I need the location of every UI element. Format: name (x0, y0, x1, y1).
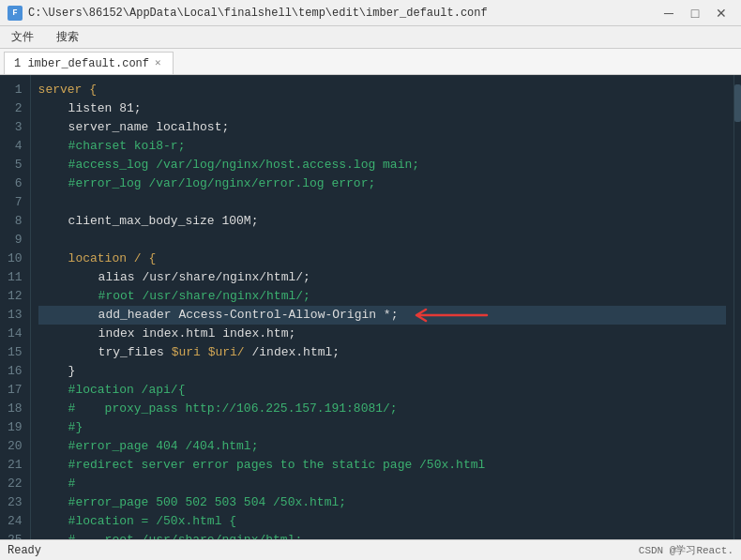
status-ready: Ready (8, 544, 41, 557)
line-number: 11 (8, 268, 23, 287)
line-number: 8 (8, 212, 23, 231)
line-number: 2 (8, 99, 23, 118)
code-line: try_files $uri $uri/ /index.html; (38, 343, 726, 362)
menu-bar: 文件 搜索 (0, 26, 741, 49)
tabs-bar: 1 imber_default.conf ✕ (0, 49, 741, 75)
code-line: #charset koi8-r; (38, 137, 726, 156)
menu-file[interactable]: 文件 (8, 27, 38, 47)
code-line: #} (38, 418, 726, 437)
line-number: 5 (8, 156, 23, 174)
line-number: 18 (8, 400, 23, 418)
line-number: 23 (8, 493, 23, 512)
line-numbers: 1234567891011121314151617181920212223242… (0, 75, 31, 539)
code-line: #error_log /var/log/nginx/error.log erro… (38, 174, 726, 193)
code-line: #error_page 404 /404.html; (38, 437, 726, 456)
code-line: #redirect server error pages to the stat… (38, 456, 726, 475)
line-number: 4 (8, 137, 23, 156)
status-watermark: CSDN @学习React. (639, 543, 733, 557)
line-number: 7 (8, 193, 23, 212)
line-number: 20 (8, 437, 23, 456)
code-line: add_header Access-Control-Allow-Origin *… (38, 306, 726, 325)
arrow-annotation (407, 306, 491, 325)
code-content[interactable]: server {listen 81;server_name localhost;… (31, 75, 733, 539)
code-line: #location = /50x.html { (38, 512, 726, 531)
maximize-button[interactable]: □ (683, 4, 707, 23)
close-button[interactable]: ✕ (709, 4, 733, 23)
minimize-button[interactable]: ─ (657, 4, 681, 23)
scroll-thumb[interactable] (734, 84, 741, 122)
code-line: # (38, 475, 726, 493)
line-number: 12 (8, 287, 23, 306)
line-number: 1 (8, 81, 23, 99)
code-line: location / { (38, 250, 726, 268)
tab-label: 1 imber_default.conf (14, 57, 149, 70)
code-line: index index.html index.htm; (38, 325, 726, 343)
title-bar: F C:\Users\86152\AppData\Local\finalshel… (0, 0, 741, 26)
line-number: 10 (8, 250, 23, 268)
line-number: 15 (8, 343, 23, 362)
line-number: 21 (8, 456, 23, 475)
editor-container: 1234567891011121314151617181920212223242… (0, 75, 741, 539)
line-number: 24 (8, 512, 23, 531)
line-number: 3 (8, 118, 23, 137)
line-number: 19 (8, 418, 23, 437)
line-number: 16 (8, 362, 23, 381)
tab-close-button[interactable]: ✕ (155, 58, 161, 68)
line-number: 22 (8, 475, 23, 493)
code-line: listen 81; (38, 99, 726, 118)
code-line: alias /usr/share/nginx/html/; (38, 268, 726, 287)
window-title: C:\Users\86152\AppData\Local\finalshell\… (28, 7, 488, 20)
code-line: # root /usr/share/nginx/html; (38, 531, 726, 539)
menu-search[interactable]: 搜索 (53, 27, 83, 47)
code-line: server { (38, 81, 726, 99)
line-number: 6 (8, 174, 23, 193)
app-icon: F (8, 6, 23, 21)
scroll-indicator[interactable] (733, 75, 741, 539)
code-line (38, 231, 726, 250)
line-number: 17 (8, 381, 23, 400)
code-line: } (38, 362, 726, 381)
code-line: #location /api/{ (38, 381, 726, 400)
tab-imber-default[interactable]: 1 imber_default.conf ✕ (4, 52, 174, 74)
code-line: client_max_body_size 100M; (38, 212, 726, 231)
code-line: #root /usr/share/nginx/html/; (38, 287, 726, 306)
line-number: 25 (8, 531, 23, 539)
line-number: 14 (8, 325, 23, 343)
status-bar: Ready CSDN @学习React. (0, 539, 741, 560)
code-line: server_name localhost; (38, 118, 726, 137)
line-number: 9 (8, 231, 23, 250)
code-line (38, 193, 726, 212)
title-bar-left: F C:\Users\86152\AppData\Local\finalshel… (8, 6, 488, 21)
line-number: 13 (8, 306, 23, 325)
code-line: #error_page 500 502 503 504 /50x.html; (38, 493, 726, 512)
code-line: # proxy_pass http://106.225.157.191:8081… (38, 400, 726, 418)
window-controls: ─ □ ✕ (657, 4, 733, 23)
code-line: #access_log /var/log/nginx/host.access.l… (38, 156, 726, 174)
